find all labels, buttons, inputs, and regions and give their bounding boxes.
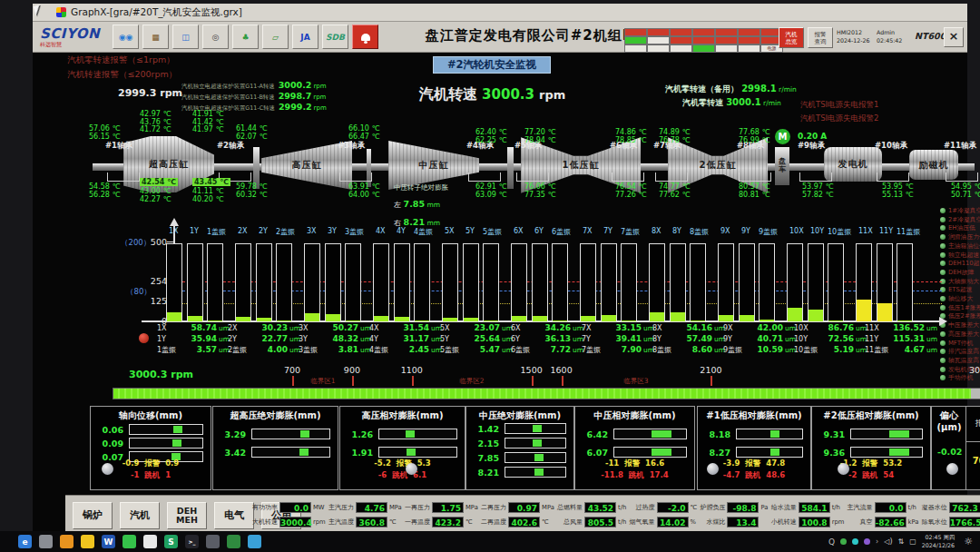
panel-value: 7.85 [472,453,499,463]
vib-value-1Y: 35.94 [181,334,217,343]
tray-green-icon[interactable] [840,538,847,545]
alarm-grid-cell[interactable] [670,28,692,36]
alarm-grid-cell[interactable] [670,44,692,53]
bar-group-label: 4X [376,227,386,235]
taskbar-clock[interactable]: 02:45 周四 2024/12/26 [922,534,955,550]
side-alarm-item: 手动停机 [940,373,973,382]
ja-icon[interactable]: JA [292,25,318,49]
gallery-icon[interactable] [206,535,220,548]
turbine-overview-button[interactable]: 汽机总览 [779,27,804,48]
alarm-grid-cell[interactable] [624,36,647,44]
launcher-icon[interactable] [248,535,261,548]
alarm-grid-cell[interactable] [738,28,760,36]
alarm-grid-cell[interactable] [647,44,670,53]
vib-row-8盖振: 8盖振8.60um [652,345,725,355]
param-unit: rpm [832,518,845,526]
alarm-summary-grid[interactable]: 电源 [624,28,783,53]
network-icon[interactable]: ⇅ [898,537,905,546]
vib-value-6X: 34.26 [534,323,571,332]
bearing-3-top-temps: 66.10 ℃66.47 ℃ [348,124,379,141]
bearing-1-bottom-temps: 54.58 ℃56.28 ℃ [89,182,120,199]
alarm-query-button[interactable]: 报警查询 [808,27,833,48]
alarm-grid-cell[interactable] [624,44,647,53]
param-value: -82.66 [875,517,906,527]
sdb-icon[interactable]: SDB [322,25,348,49]
speed-progress-track [113,388,980,399]
folder-icon[interactable]: ▱ [262,25,289,49]
keyboard-icon[interactable]: ▦ [142,25,169,49]
speed-tick [562,376,564,386]
terminal-icon[interactable]: >_ [185,535,199,548]
param-value: 13.4 [727,517,759,527]
word-icon[interactable]: W [102,535,115,548]
tray-cyan-icon[interactable] [852,538,858,545]
vib-value-11X: 136.52 [888,323,925,332]
alarm-grid-cell[interactable] [738,44,760,53]
alarm-grid-cell[interactable] [715,36,738,44]
vib-value-4Y: 31.17 [393,334,429,343]
status-dot-icon [940,358,946,363]
param-item: 一再压力1.75MPa [403,501,478,513]
nav-button-3[interactable]: 电气 [214,502,254,529]
alarm-grid-cell[interactable] [670,36,692,44]
users-icon[interactable]: ◉◉ [113,25,139,49]
param-value: 1766.5 [949,517,980,527]
panel-row: 3.29 [219,429,330,439]
param-col: 有功功率0.0MW大机转速3000.4rpm [250,501,326,527]
alarm-grid-cell[interactable] [738,36,760,44]
wps-icon[interactable]: S [164,535,178,548]
alarm-grid-cell[interactable] [692,28,715,36]
mouse-cursor-icon [34,5,43,15]
close-button[interactable]: × [944,27,964,47]
uhp-temps-top: 42.97 ℃43.76 ℃41.72 ℃ [140,111,171,134]
nav-button-0[interactable]: 锅炉 [73,502,113,529]
panel-trip-limits: -11.8 跳机 17.4 [575,470,694,481]
status-dot-icon [940,367,946,372]
display-icon[interactable]: ◫ [172,25,199,49]
display-tray-icon[interactable]: ▢ [909,537,916,546]
alarm-grid-cell[interactable] [647,36,670,44]
compass-icon[interactable]: ◎ [202,25,229,49]
vib-bar-8Y [670,243,686,322]
tree-icon[interactable]: ♣ [232,25,259,49]
panel-row: 6.42 [581,429,687,439]
speed-tick-label: 1100 [401,365,423,375]
tray-purple-icon[interactable] [864,538,870,545]
param-value: 100.8 [799,517,830,527]
bearing-2-top-temps: 61.44 ℃62.07 ℃ [236,124,267,141]
mail-icon[interactable] [81,535,94,548]
files-icon[interactable] [39,535,53,548]
nav-button-1[interactable]: 汽机 [120,502,160,529]
alarm-grid-cell[interactable] [715,28,738,36]
wechat-icon[interactable] [122,535,136,548]
alarm-grid-cell[interactable] [715,44,738,53]
vib-bar-4Y [394,243,410,322]
critical-zone-label: 临界区2 [459,377,484,386]
panel-trip-limits: -2 跳机 54 [812,470,930,481]
param-col: 总燃料量43.52t/h总风量805.5t/h [555,501,626,527]
bar-group-label: 1Y [190,227,199,235]
speed-tick [532,376,534,386]
alarm-grid-cell[interactable] [647,28,670,36]
param-unit: t/h [618,504,626,511]
alarm-grid-cell[interactable] [624,28,647,36]
speed-tick-label: 2100 [700,365,721,375]
notes-icon[interactable] [143,535,157,548]
status-dot-icon [940,340,946,346]
search-icon[interactable]: Q [828,537,835,547]
security-icon[interactable] [227,535,240,548]
panel-row: 2.15 [472,438,566,448]
status-dot-icon [940,225,946,231]
tray-expand-icon[interactable]: › [876,537,878,546]
browser-icon[interactable]: e [18,535,32,548]
panel-bar-marker [652,430,671,438]
alarm-grid-cell[interactable] [692,36,715,44]
nav-button-2[interactable]: DEHMEH [167,502,207,529]
alarm-grid-cell[interactable] [692,44,715,53]
panel-bar-marker [407,448,416,456]
settings-gear-icon[interactable]: ☼ [964,536,973,547]
volume-icon[interactable]: ◁) [884,537,892,546]
alarm-bell-icon[interactable] [352,25,378,49]
appstore-icon[interactable] [60,535,74,548]
vib-bar-6X [511,243,527,322]
